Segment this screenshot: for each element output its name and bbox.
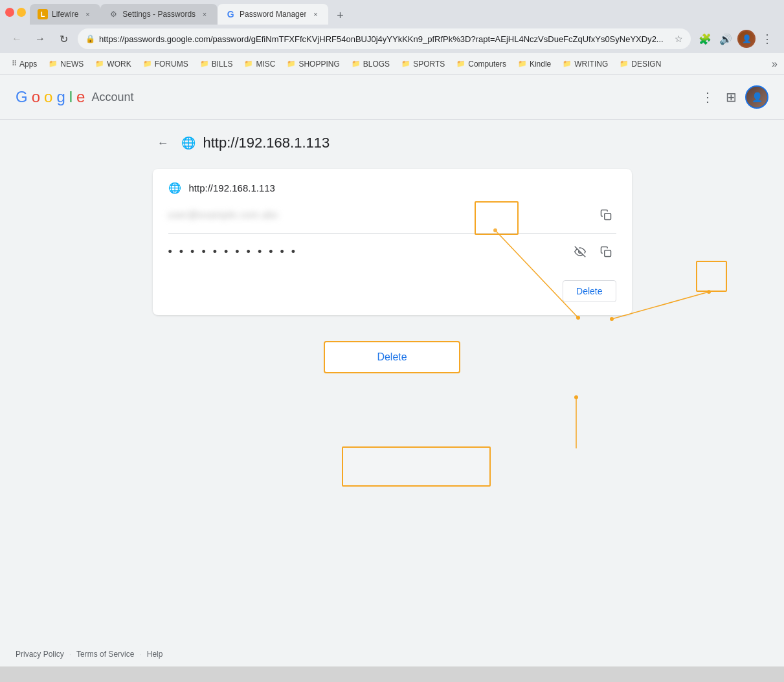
window-close-button[interactable] bbox=[5, 8, 14, 17]
bookmark-shopping-label: SHOPPING bbox=[298, 60, 339, 69]
folder-news-icon: 📁 bbox=[49, 60, 58, 68]
title-bar: L Lifewire × ⚙ Settings - Passwords × G … bbox=[0, 0, 784, 25]
privacy-policy-link[interactable]: Privacy Policy bbox=[16, 650, 64, 659]
delete-password-main-button[interactable]: Delete bbox=[324, 341, 460, 373]
bookmark-blogs[interactable]: 📁 BLOGS bbox=[346, 57, 395, 71]
tab-settings-passwords[interactable]: ⚙ Settings - Passwords × bbox=[100, 4, 218, 25]
window-minimize-button[interactable] bbox=[17, 8, 26, 17]
google-g-green: l bbox=[69, 88, 73, 106]
tab-lifewire[interactable]: L Lifewire × bbox=[30, 4, 100, 25]
back-to-list-button[interactable]: ← bbox=[153, 133, 174, 153]
bookmarks-more-button[interactable]: » bbox=[772, 58, 778, 70]
terms-of-service-link[interactable]: Terms of Service bbox=[76, 650, 134, 659]
bookmark-apps[interactable]: ⠿ Apps bbox=[6, 57, 42, 71]
google-account-header: Google Account ⋮ ⊞ 👤 bbox=[0, 75, 784, 120]
card-header: 🌐 http://192.168.1.113 bbox=[168, 182, 616, 194]
site-globe-icon: 🌐 bbox=[181, 136, 196, 150]
header-avatar[interactable]: 👤 bbox=[745, 85, 768, 109]
volume-button[interactable]: 🔊 bbox=[717, 30, 735, 48]
folder-blogs-icon: 📁 bbox=[352, 60, 361, 68]
svg-rect-2 bbox=[604, 250, 610, 257]
apps-grid-icon: ⠿ bbox=[12, 60, 17, 68]
account-label: Account bbox=[91, 91, 133, 104]
bookmark-kindle[interactable]: 📁 Kindle bbox=[513, 57, 556, 71]
password-card: 🌐 http://192.168.1.113 user@example.com.… bbox=[153, 169, 632, 315]
bookmark-design[interactable]: 📁 DESIGN bbox=[614, 57, 666, 71]
svg-point-8 bbox=[707, 290, 711, 294]
page-content: Google Account ⋮ ⊞ 👤 ← 🌐 http://192.168.… bbox=[0, 75, 784, 666]
bookmark-computers-label: Computers bbox=[468, 60, 506, 69]
footer-sep-2: · bbox=[139, 650, 141, 659]
browser-tabs: L Lifewire × ⚙ Settings - Passwords × G … bbox=[30, 0, 779, 25]
folder-shopping-icon: 📁 bbox=[287, 60, 296, 68]
google-g-yellow: o bbox=[44, 88, 52, 106]
footer-sep-1: · bbox=[69, 650, 71, 659]
menu-button[interactable]: ⋮ bbox=[758, 30, 776, 48]
url-bar[interactable]: 🔒 https://passwords.google.com/password/… bbox=[78, 28, 691, 49]
google-logo: Google Account bbox=[16, 88, 134, 106]
new-tab-button[interactable]: + bbox=[331, 6, 349, 25]
tab-password-manager[interactable]: G Password Manager × bbox=[218, 4, 328, 25]
password-field-row: • • • • • • • • • • • • bbox=[168, 241, 616, 270]
extensions-button[interactable]: 🧩 bbox=[696, 30, 714, 48]
bookmark-forums-label: FORUMS bbox=[155, 60, 188, 69]
tab-lifewire-icon: L bbox=[38, 9, 48, 19]
card-site-url: http://192.168.1.113 bbox=[189, 182, 275, 193]
tab-lifewire-close[interactable]: × bbox=[82, 9, 93, 19]
bookmark-blogs-label: BLOGS bbox=[363, 60, 390, 69]
window-controls bbox=[5, 8, 26, 17]
delete-annotation-box bbox=[342, 446, 491, 487]
bookmark-shopping[interactable]: 📁 SHOPPING bbox=[282, 57, 344, 71]
bookmarks-bar: ⠿ Apps 📁 NEWS 📁 WORK 📁 FORUMS 📁 BILLS 📁 … bbox=[0, 53, 784, 75]
tab-pm-close[interactable]: × bbox=[310, 9, 320, 19]
google-g-red: o bbox=[32, 88, 40, 106]
folder-forums-icon: 📁 bbox=[143, 60, 152, 68]
bookmark-sports[interactable]: 📁 SPORTS bbox=[396, 57, 450, 71]
delete-password-card-button[interactable]: Delete bbox=[563, 280, 616, 302]
url-text: https://passwords.google.com/password/gE… bbox=[99, 34, 671, 44]
header-right-controls: ⋮ ⊞ 👤 bbox=[699, 85, 768, 109]
bookmark-bills[interactable]: 📁 BILLS bbox=[195, 57, 238, 71]
toggle-password-visibility-button[interactable] bbox=[570, 241, 590, 262]
username-field-row: user@example.com.abc bbox=[168, 204, 616, 234]
help-link[interactable]: Help bbox=[147, 650, 163, 659]
copy-username-icon bbox=[600, 209, 612, 221]
folder-bills-icon: 📁 bbox=[200, 60, 209, 68]
profile-avatar[interactable]: 👤 bbox=[737, 30, 756, 48]
bookmark-work[interactable]: 📁 WORK bbox=[90, 57, 136, 71]
tab-lifewire-label: Lifewire bbox=[52, 10, 78, 19]
folder-computers-icon: 📁 bbox=[456, 60, 465, 68]
bookmark-writing[interactable]: 📁 WRITING bbox=[557, 57, 613, 71]
google-g-blue: G bbox=[16, 88, 28, 106]
svg-rect-0 bbox=[604, 214, 610, 220]
password-manager-content: ← 🌐 http://192.168.1.113 🌐 http://192.16… bbox=[101, 120, 684, 373]
copy-annotation-box bbox=[696, 261, 727, 292]
footer: Privacy Policy · Terms of Service · Help bbox=[0, 642, 784, 666]
bookmark-news[interactable]: 📁 NEWS bbox=[43, 57, 89, 71]
tab-settings-label: Settings - Passwords bbox=[122, 10, 196, 19]
browser-toolbar-icons: 🧩 🔊 👤 ⋮ bbox=[696, 30, 776, 48]
forward-button[interactable]: → bbox=[31, 30, 49, 48]
reload-button[interactable]: ↻ bbox=[54, 30, 73, 48]
password-value: • • • • • • • • • • • • bbox=[168, 245, 565, 259]
tab-settings-close[interactable]: × bbox=[199, 9, 210, 19]
bookmark-writing-label: WRITING bbox=[574, 60, 608, 69]
copy-password-button[interactable] bbox=[596, 241, 616, 262]
eye-off-icon bbox=[574, 246, 586, 258]
folder-design-icon: 📁 bbox=[620, 60, 629, 68]
tab-pm-label: Password Manager bbox=[240, 10, 306, 19]
site-url-heading: http://192.168.1.113 bbox=[203, 135, 330, 151]
bookmark-misc[interactable]: 📁 MISC bbox=[239, 57, 280, 71]
bookmark-star-icon[interactable]: ☆ bbox=[675, 34, 683, 44]
folder-kindle-icon: 📁 bbox=[518, 60, 527, 68]
copy-username-button[interactable] bbox=[596, 204, 616, 225]
bookmark-work-label: WORK bbox=[107, 60, 131, 69]
bookmark-computers[interactable]: 📁 Computers bbox=[451, 57, 511, 71]
google-g-red2: e bbox=[76, 88, 85, 106]
delete-section: Delete bbox=[153, 341, 632, 373]
header-more-options-button[interactable]: ⋮ bbox=[699, 88, 717, 106]
back-button[interactable]: ← bbox=[8, 30, 26, 48]
header-apps-grid-button[interactable]: ⊞ bbox=[722, 88, 740, 106]
address-bar: ← → ↻ 🔒 https://passwords.google.com/pas… bbox=[0, 25, 784, 53]
bookmark-forums[interactable]: 📁 FORUMS bbox=[138, 57, 194, 71]
